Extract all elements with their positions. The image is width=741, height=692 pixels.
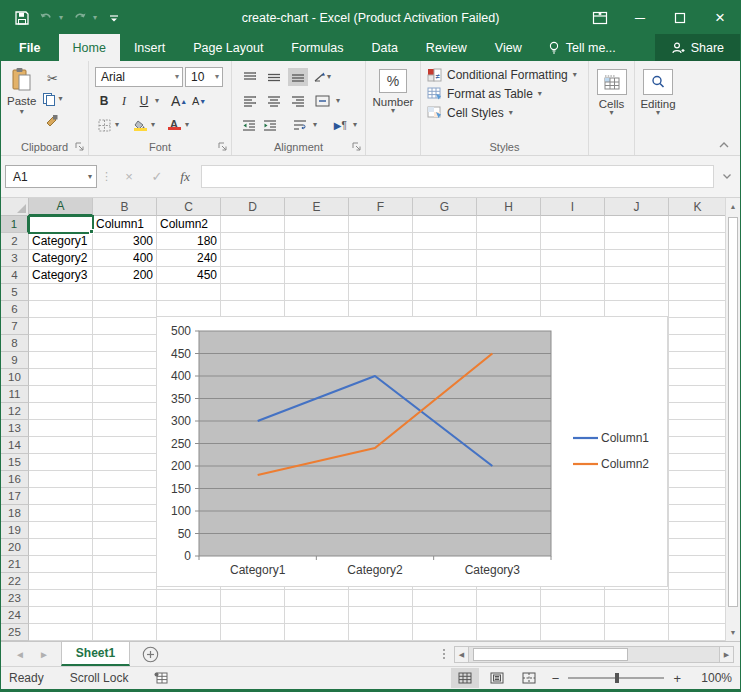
cell-K14[interactable] [669,437,727,454]
cell-A2[interactable]: Category1 [29,233,93,250]
cell-A12[interactable] [29,403,93,420]
cell-B22[interactable] [93,573,157,590]
conditional-formatting-button[interactable]: ≠ Conditional Formatting ▾ [427,65,586,84]
new-sheet-button[interactable] [130,642,171,666]
row-header-23[interactable]: 23 [1,590,29,607]
row-header-22[interactable]: 22 [1,573,29,590]
row-header-21[interactable]: 21 [1,556,29,573]
cell-A23[interactable] [29,590,93,607]
cell-B18[interactable] [93,505,157,522]
font-color-button[interactable]: A [165,115,183,135]
cell-K8[interactable] [669,335,727,352]
cell-F1[interactable] [349,216,413,233]
cell-H3[interactable] [477,250,541,267]
column-header-B[interactable]: B [93,198,157,216]
wrap-text-button[interactable] [292,116,309,134]
cell-B15[interactable] [93,454,157,471]
cell-K3[interactable] [669,250,727,267]
cell-B16[interactable] [93,471,157,488]
horizontal-scroll-track[interactable] [469,646,719,663]
cell-B10[interactable] [93,369,157,386]
cell-A22[interactable] [29,573,93,590]
name-box-dropdown-icon[interactable]: ▾ [88,174,92,180]
share-button[interactable]: Share [655,34,740,61]
redo-dropdown-icon[interactable]: ▾ [93,13,101,22]
cell-I23[interactable] [541,590,605,607]
editing-dropdown-icon[interactable]: ▾ [656,110,660,116]
tab-data[interactable]: Data [357,34,411,61]
cell-K20[interactable] [669,539,727,556]
cell-B9[interactable] [93,352,157,369]
cell-A15[interactable] [29,454,93,471]
column-header-H[interactable]: H [477,198,541,216]
cell-I1[interactable] [541,216,605,233]
scroll-left-icon[interactable]: ◀ [454,646,469,663]
cell-K19[interactable] [669,522,727,539]
cell-K23[interactable] [669,590,727,607]
name-box[interactable]: A1 ▾ [5,165,97,188]
cell-A11[interactable] [29,386,93,403]
italic-button[interactable]: I [115,91,133,111]
cells-button[interactable] [597,69,627,95]
tab-view[interactable]: View [481,34,536,61]
row-header-3[interactable]: 3 [1,250,29,267]
sheet-tab-sheet1[interactable]: Sheet1 [61,642,130,666]
horizontal-scroll-thumb[interactable] [473,648,628,661]
expand-formula-bar-icon[interactable] [718,173,736,180]
cell-J5[interactable] [605,284,669,301]
column-header-G[interactable]: G [413,198,477,216]
fill-color-button[interactable] [131,115,149,135]
cell-H5[interactable] [477,284,541,301]
cell-F23[interactable] [349,590,413,607]
cell-H23[interactable] [477,590,541,607]
cell-C24[interactable] [157,607,221,624]
editing-button[interactable] [643,69,673,95]
row-header-11[interactable]: 11 [1,386,29,403]
cell-K10[interactable] [669,369,727,386]
cell-B11[interactable] [93,386,157,403]
undo-dropdown-icon[interactable]: ▾ [59,13,67,22]
cell-E25[interactable] [285,624,349,641]
column-header-D[interactable]: D [221,198,285,216]
cell-B12[interactable] [93,403,157,420]
cell-J24[interactable] [605,607,669,624]
confirm-entry-icon[interactable]: ✓ [145,166,169,188]
ribbon-display-options-icon[interactable] [580,1,620,34]
cell-C2[interactable]: 180 [157,233,221,250]
row-header-19[interactable]: 19 [1,522,29,539]
cell-D1[interactable] [221,216,285,233]
merge-dropdown-icon[interactable]: ▾ [336,98,340,104]
cell-K17[interactable] [669,488,727,505]
cell-F4[interactable] [349,267,413,284]
copy-button[interactable]: ▾ [40,90,64,108]
clipboard-dialog-launcher-icon[interactable] [75,142,85,152]
cell-B3[interactable]: 400 [93,250,157,267]
cell-I2[interactable] [541,233,605,250]
column-header-C[interactable]: C [157,198,221,216]
cell-A3[interactable]: Category2 [29,250,93,267]
cell-C25[interactable] [157,624,221,641]
cell-B24[interactable] [93,607,157,624]
cell-K11[interactable] [669,386,727,403]
cell-H4[interactable] [477,267,541,284]
cell-C23[interactable] [157,590,221,607]
cell-H1[interactable] [477,216,541,233]
row-header-1[interactable]: 1 [1,216,29,233]
row-header-16[interactable]: 16 [1,471,29,488]
cell-B7[interactable] [93,318,157,335]
scroll-down-icon[interactable]: ▼ [726,624,740,641]
wrap-text-dropdown-icon[interactable]: ▾ [313,122,317,128]
orientation-dropdown-icon[interactable]: ▾ [327,74,331,80]
cell-E24[interactable] [285,607,349,624]
cell-D4[interactable] [221,267,285,284]
cell-A25[interactable] [29,624,93,641]
tab-splitter-grip[interactable] [443,649,445,659]
cell-H25[interactable] [477,624,541,641]
borders-dropdown-icon[interactable]: ▾ [115,122,119,128]
format-painter-button[interactable] [40,111,64,129]
cell-G25[interactable] [413,624,477,641]
minimize-button[interactable]: ─ [620,1,660,34]
cell-B25[interactable] [93,624,157,641]
cell-K1[interactable] [669,216,727,233]
row-header-7[interactable]: 7 [1,318,29,335]
